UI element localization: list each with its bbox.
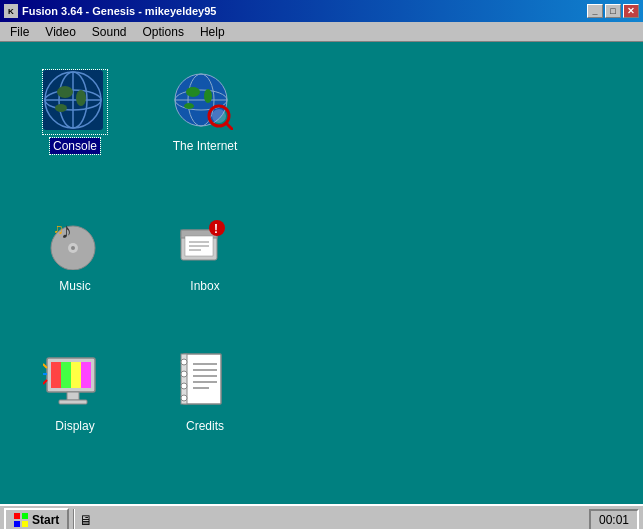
svg-rect-58 [14, 521, 20, 527]
taskbar-app-icon: 🖥 [79, 512, 93, 528]
maximize-button[interactable]: □ [605, 4, 621, 18]
console-icon-label: Console [50, 138, 100, 154]
svg-point-50 [181, 395, 187, 401]
svg-point-48 [181, 371, 187, 377]
svg-point-49 [181, 383, 187, 389]
svg-point-6 [57, 86, 73, 98]
credits-icon-label: Credits [183, 418, 227, 434]
title-bar: K Fusion 3.64 - Genesis - mikeyeldey95 _… [0, 0, 643, 22]
svg-rect-57 [22, 513, 28, 519]
menu-file[interactable]: File [2, 23, 37, 41]
svg-line-19 [226, 123, 232, 129]
svg-point-47 [181, 359, 187, 365]
title-bar-left: K Fusion 3.64 - Genesis - mikeyeldey95 [4, 4, 216, 18]
svg-rect-40 [67, 392, 79, 400]
system-clock: 00:01 [589, 509, 639, 529]
close-button[interactable]: ✕ [623, 4, 639, 18]
svg-rect-36 [51, 362, 61, 388]
inbox-icon-label: Inbox [187, 278, 222, 294]
svg-point-14 [186, 87, 200, 97]
svg-point-15 [204, 89, 212, 103]
desktop-icon-credits[interactable]: Credits [150, 342, 260, 482]
svg-rect-37 [61, 362, 71, 388]
credits-icon-image [173, 350, 237, 414]
desktop: Console [0, 42, 643, 504]
console-icon-image [43, 70, 107, 134]
menu-sound[interactable]: Sound [84, 23, 135, 41]
svg-point-16 [184, 103, 194, 109]
menu-options[interactable]: Options [135, 23, 192, 41]
desktop-icon-inbox[interactable]: ! Inbox [150, 202, 260, 342]
desktop-icon-console[interactable]: Console [20, 62, 130, 202]
svg-rect-39 [81, 362, 91, 388]
internet-icon-image [173, 70, 237, 134]
svg-rect-41 [59, 400, 87, 404]
app-icon: K [4, 4, 18, 18]
desktop-icon-display[interactable]: Display [20, 342, 130, 482]
internet-icon-label: The Internet [170, 138, 241, 154]
svg-text:♫: ♫ [53, 221, 64, 237]
taskbar: Start 🖥 00:01 [0, 504, 643, 529]
windows-logo-icon [14, 513, 28, 527]
start-label: Start [32, 513, 59, 527]
menu-bar: File Video Sound Options Help [0, 22, 643, 42]
svg-rect-59 [22, 521, 28, 527]
music-icon-label: Music [56, 278, 93, 294]
desktop-icon-internet[interactable]: The Internet [150, 62, 260, 202]
taskbar-divider [73, 509, 75, 529]
display-icon-image [43, 350, 107, 414]
inbox-icon-image: ! [173, 210, 237, 274]
menu-video[interactable]: Video [37, 23, 83, 41]
music-icon-image: ♪ ♫ [43, 210, 107, 274]
menu-help[interactable]: Help [192, 23, 233, 41]
desktop-icon-grid: Console [10, 52, 633, 492]
display-icon-label: Display [52, 418, 97, 434]
svg-rect-56 [14, 513, 20, 519]
window-controls: _ □ ✕ [587, 4, 639, 18]
desktop-icon-music[interactable]: ♪ ♫ Music [20, 202, 130, 342]
start-button[interactable]: Start [4, 508, 69, 529]
svg-point-8 [55, 104, 67, 112]
svg-rect-38 [71, 362, 81, 388]
window-title: Fusion 3.64 - Genesis - mikeyeldey95 [22, 5, 216, 17]
svg-rect-45 [183, 354, 221, 404]
svg-point-23 [71, 246, 75, 250]
svg-text:!: ! [214, 222, 218, 236]
svg-point-7 [76, 90, 86, 106]
svg-point-18 [212, 109, 226, 123]
minimize-button[interactable]: _ [587, 4, 603, 18]
